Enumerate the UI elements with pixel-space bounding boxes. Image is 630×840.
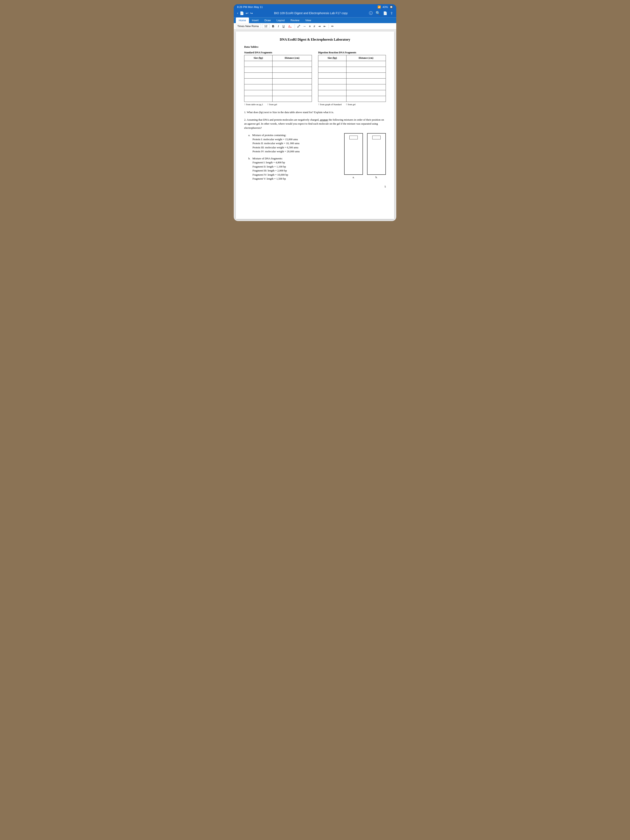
q2-layout: a. Mixture of proteins containing: Prote… (244, 133, 386, 183)
align-right-icon[interactable]: ≠ (313, 24, 316, 28)
font-size-display[interactable]: 12 (262, 24, 270, 28)
title-bar: ‹ 📄 ↩ ↪ BIO 109 EcoRI Digest and Electro… (234, 10, 396, 17)
question-1: 1. What does (bp) next to Size in the da… (244, 110, 386, 114)
formatting-bar: Times New Roma 12 B I U A.. 🖍 ↔ ≡ ≠ ⇥ ⇤ … (234, 23, 396, 29)
document-area: DNA EcoRI Digest & Electrophoresis Labor… (234, 29, 396, 221)
table-row (318, 96, 386, 102)
table-row (245, 61, 312, 67)
sub-question-b: b. Mixture of DNA fragments: Fragment I:… (248, 156, 340, 181)
italic-button[interactable]: I (277, 24, 280, 28)
standard-note-1-text: from table on pg.1 (246, 103, 263, 106)
standard-col-size: Size (bp) (245, 55, 273, 61)
underline-button[interactable]: U (281, 24, 286, 28)
status-bar: 8:28 PM Mon May 11 📶 43% 🔲 (234, 4, 396, 10)
list-item: Protein II: molecular weight = 10, 000 a… (253, 141, 340, 145)
font-name-display[interactable]: Times New Roma (236, 24, 261, 28)
q2-prefix: 2. Assuming that DNA and protein molecul… (244, 118, 319, 121)
search-icon[interactable]: 🔍 (376, 11, 380, 16)
standard-col-distance: Distance (cm) (272, 55, 312, 61)
data-tables-label: Data Tables: (244, 45, 386, 49)
table-row (318, 90, 386, 96)
time-display: 8:28 PM Mon May 11 (237, 5, 263, 8)
bookmark-icon[interactable]: 📄 (383, 11, 387, 15)
question-2: 2. Assuming that DNA and protein molecul… (244, 118, 386, 130)
nav-buttons: ‹ 📄 ↩ ↪ (237, 11, 253, 15)
bold-button[interactable]: B (271, 24, 275, 28)
align-center-icon[interactable]: ≡ (308, 24, 311, 28)
digestion-table-notes: ↑ from graph of Standard ↑ from gel (318, 103, 386, 106)
battery-display: 43% (382, 5, 388, 8)
ribbon: Home Insert Draw Layout Review View (234, 17, 396, 23)
digestion-col-distance: Distance (cm) (346, 55, 385, 61)
gel-lane-a (349, 136, 358, 139)
device-frame: 8:28 PM Mon May 11 📶 43% 🔲 ‹ 📄 ↩ ↪ BIO 1… (234, 4, 396, 221)
gel-diagram-b: b. (367, 133, 386, 179)
q2a-items: Protein I: molecular weight = 15,000 amu… (253, 137, 340, 153)
redo-button[interactable]: ↪ (250, 11, 253, 15)
font-color-button[interactable]: A.. (287, 24, 293, 28)
table-row (245, 90, 312, 96)
align-left-icon[interactable]: ↔ (302, 24, 307, 28)
table-row (318, 73, 386, 79)
q2b-text: Mixture of DNA fragments: (253, 157, 283, 160)
q2a-label: a. (248, 134, 252, 137)
table-row (245, 79, 312, 84)
sub-question-a: a. Mixture of proteins containing: Prote… (248, 133, 340, 153)
sub-questions-text: a. Mixture of proteins containing: Prote… (244, 133, 340, 183)
tab-home[interactable]: Home (236, 17, 249, 23)
q2-arrange: arrange (320, 118, 328, 121)
wifi-icon: 📶 (377, 5, 381, 8)
share-icon[interactable]: ⇪ (390, 11, 393, 15)
clear-format-icon[interactable]: ✏ (330, 24, 335, 28)
digestion-table-title: Digestion Reaction DNA Fragments (318, 51, 386, 54)
gel-diagrams: a. b. (344, 133, 386, 179)
document-title: BIO 109 EcoRI Digest and Electrophoresis… (253, 11, 369, 15)
tab-insert[interactable]: Insert (249, 17, 262, 23)
list-item: Protein III: molecular weight = 6,500 am… (253, 145, 340, 150)
title-bar-icons: ⓘ 🔍 📄 ⇪ (369, 11, 393, 16)
status-right: 📶 43% 🔲 (377, 5, 393, 8)
tab-view[interactable]: View (302, 17, 314, 23)
tab-review[interactable]: Review (288, 17, 303, 23)
q2a-text: Mixture of proteins containing: (252, 134, 286, 137)
q2a-header: a. Mixture of proteins containing: (248, 133, 340, 137)
digestion-note-1-text: from graph of Standard (320, 103, 342, 106)
list-item: Fragment II: length = 1,100 bp (253, 164, 340, 169)
arrow-up-icon-2: ↑ (267, 103, 269, 106)
table-row (318, 79, 386, 84)
tables-row: Standard DNA Fragments Size (bp) Distanc… (244, 51, 386, 106)
list-item: Fragment III: length = 2,000 bp (253, 169, 340, 173)
q2b-header: b. Mixture of DNA fragments: (248, 156, 340, 161)
table-row (318, 61, 386, 67)
gel-lane-b (372, 136, 381, 139)
list-item: Protein I: molecular weight = 15,000 amu (253, 137, 340, 142)
gel-box-b (367, 133, 386, 175)
q1-text: 1. What does (bp) next to Size in the da… (244, 111, 334, 114)
list-item: Fragment I: length = 4,800 bp (253, 160, 340, 164)
q2b-label: b. (248, 157, 252, 160)
digestion-table: Size (bp) Distance (cm) (318, 55, 386, 102)
back-button[interactable]: ‹ (237, 11, 238, 15)
gel-label-b: b. (376, 175, 377, 179)
undo-button[interactable]: ↩ (246, 11, 248, 15)
separator-2 (328, 24, 329, 28)
standard-note-2-text: from gel (269, 103, 277, 106)
tab-draw[interactable]: Draw (262, 17, 273, 23)
table-row (245, 73, 312, 79)
tab-layout[interactable]: Layout (274, 17, 288, 23)
battery-icon: 🔲 (390, 5, 393, 8)
help-icon[interactable]: ⓘ (369, 11, 373, 16)
table-row (318, 67, 386, 73)
highlight-icon[interactable]: 🖍 (297, 24, 301, 28)
arrow-up-icon-1: ↑ (244, 103, 246, 106)
gel-label-a: a. (352, 175, 354, 179)
digestion-note-2: ↑ from gel (346, 103, 355, 106)
standard-table-title: Standard DNA Fragments (244, 51, 312, 54)
table-row (318, 84, 386, 90)
outdent-icon[interactable]: ⇤ (323, 24, 327, 28)
digestion-table-container: Digestion Reaction DNA Fragments Size (b… (318, 51, 386, 106)
standard-note-1: ↑ from table on pg.1 (244, 103, 263, 106)
status-left: 8:28 PM Mon May 11 (237, 5, 263, 8)
indent-icon[interactable]: ⇥ (317, 24, 322, 28)
doc-button[interactable]: 📄 (240, 11, 244, 15)
